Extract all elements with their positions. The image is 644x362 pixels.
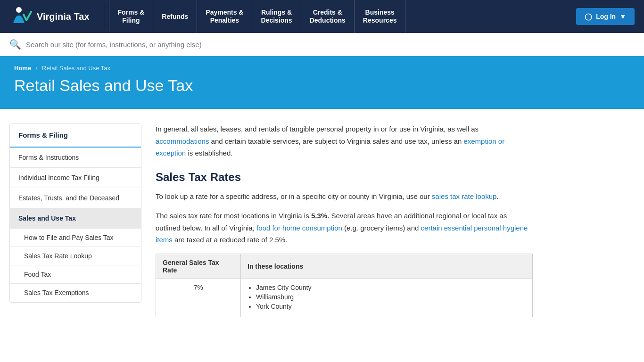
nav-item-business-resources[interactable]: BusinessResources <box>355 0 406 33</box>
sidebar-sub-item-how-to-file[interactable]: How to File and Pay Sales Tax <box>10 229 141 247</box>
breadcrumb-current: Retail Sales and Use Tax <box>42 65 110 72</box>
locations-list: James City County Williamsburg York Coun… <box>248 284 526 310</box>
sidebar-header: Forms & Filing <box>10 123 141 148</box>
rates-para2: The sales tax rate for most locations in… <box>156 210 533 246</box>
search-icon: 🔍 <box>9 39 21 50</box>
list-item: Williamsburg <box>256 293 526 301</box>
sidebar-item-estates-trusts[interactable]: Estates, Trusts, and the Deceased <box>10 188 141 208</box>
table-col2-header: In these locations <box>241 254 533 279</box>
list-item: James City County <box>256 284 526 291</box>
sidebar-item-forms-instructions[interactable]: Forms & Instructions <box>10 148 141 168</box>
table-cell-rate: 7% <box>156 279 241 317</box>
list-item: York County <box>256 303 526 310</box>
login-label: Log In <box>596 13 616 20</box>
logo-icon <box>9 5 32 28</box>
sidebar-sub-item-food-tax[interactable]: Food Tax <box>10 265 141 284</box>
intro-paragraph: In general, all sales, leases, and renta… <box>156 123 533 159</box>
rates-heading: Sales Tax Rates <box>156 171 533 184</box>
page-header: Home / Retail Sales and Use Tax Retail S… <box>0 56 644 109</box>
logo-link[interactable]: Virginia Tax <box>9 5 90 28</box>
page-title: Retail Sales and Use Tax <box>14 76 630 95</box>
search-input[interactable] <box>26 41 635 49</box>
breadcrumb-home[interactable]: Home <box>14 65 31 72</box>
accommodations-link[interactable]: accommodations <box>156 137 209 145</box>
top-navigation: Virginia Tax Forms &Filing Refunds Payme… <box>0 0 644 33</box>
rates-table: General Sales Tax Rate In these location… <box>156 254 533 317</box>
nav-divider <box>104 5 104 28</box>
article-content: In general, all sales, leases, and renta… <box>156 123 533 317</box>
breadcrumb: Home / Retail Sales and Use Tax <box>14 65 630 72</box>
sidebar-item-individual-income-tax[interactable]: Individual Income Tax Filing <box>10 168 141 188</box>
nav-item-credits-deductions[interactable]: Credits &Deductions <box>301 0 355 33</box>
table-row: 7% James City County Williamsburg York C… <box>156 279 533 317</box>
sidebar: Forms & Filing Forms & Instructions Indi… <box>9 123 141 303</box>
logo-text: Virginia Tax <box>37 11 90 22</box>
nav-item-forms-filing[interactable]: Forms &Filing <box>109 0 154 33</box>
nav-item-rulings-decisions[interactable]: Rulings &Decisions <box>252 0 301 33</box>
main-content: Forms & Filing Forms & Instructions Indi… <box>0 109 644 331</box>
table-cell-locations: James City County Williamsburg York Coun… <box>241 279 533 317</box>
nav-items: Forms &Filing Refunds Payments &Penaltie… <box>109 0 577 33</box>
svg-point-0 <box>16 7 22 13</box>
rate-lookup-link[interactable]: sales tax rate lookup <box>432 192 497 200</box>
login-button[interactable]: ◯ Log In ▼ <box>576 8 635 25</box>
account-icon: ◯ <box>585 13 592 20</box>
nav-item-payments-penalties[interactable]: Payments &Penalties <box>197 0 252 33</box>
table-col1-header: General Sales Tax Rate <box>156 254 241 279</box>
food-home-link[interactable]: food for home consumption <box>256 224 342 232</box>
sidebar-sub-item-rate-lookup[interactable]: Sales Tax Rate Lookup <box>10 247 141 265</box>
chevron-down-icon: ▼ <box>619 13 626 20</box>
sidebar-item-sales-use-tax[interactable]: Sales and Use Tax <box>10 208 141 229</box>
breadcrumb-separator: / <box>36 65 38 72</box>
rates-para1: To look up a rate for a specific address… <box>156 190 533 203</box>
sidebar-sub-item-exemptions[interactable]: Sales Tax Exemptions <box>10 284 141 302</box>
nav-item-refunds[interactable]: Refunds <box>153 0 197 33</box>
search-bar: 🔍 <box>0 33 644 56</box>
